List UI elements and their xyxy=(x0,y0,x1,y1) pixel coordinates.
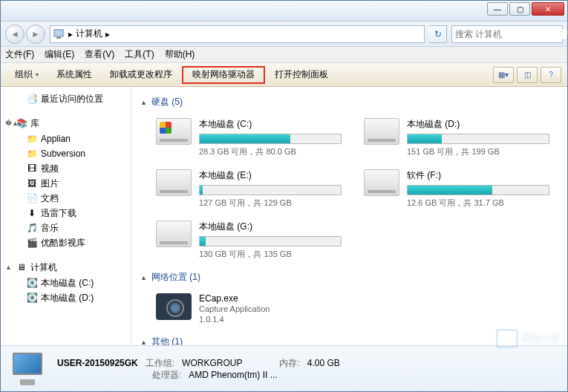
sidebar-library-item[interactable]: 📄文档 xyxy=(1,191,131,206)
navigation-pane[interactable]: 📑 最近访问的位置 �▲ 📚 库 📁Applian📁Subversion🎞视频🖼… xyxy=(1,87,131,345)
view-options-button[interactable]: ▦▾ xyxy=(493,67,514,83)
sidebar-library-item[interactable]: ⬇迅雷下载 xyxy=(1,206,131,220)
organize-button[interactable]: 组织 xyxy=(7,66,47,84)
menu-tools[interactable]: 工具(T) xyxy=(125,48,154,61)
minimize-button[interactable]: — xyxy=(487,2,508,16)
sidebar-item-label: 图片 xyxy=(41,177,59,190)
folder-icon: ⬇ xyxy=(26,207,38,219)
folder-icon: 🎞 xyxy=(26,163,38,174)
network-item-ecap[interactable]: ECap.exe Capture Application 1.0.1.4 xyxy=(152,290,345,328)
drive-icon xyxy=(156,118,192,145)
command-toolbar: 组织 系统属性 卸载或更改程序 映射网络驱动器 打开控制面板 ▦▾ ◫ ? xyxy=(1,63,567,87)
net-item-name: ECap.exe xyxy=(199,293,270,304)
map-network-drive-button[interactable]: 映射网络驱动器 xyxy=(182,66,265,84)
content-pane[interactable]: ▲ 硬盘 (5) 本地磁盘 (C:)28.3 GB 可用，共 80.0 GB本地… xyxy=(131,87,567,345)
address-bar[interactable]: ▸ 计算机 ▸ xyxy=(50,25,425,43)
collapse-icon: �▲ xyxy=(5,120,13,127)
collapse-icon: ▲ xyxy=(140,99,147,106)
sidebar-item-label: 库 xyxy=(30,117,39,130)
breadcrumb-root[interactable]: 计算机 xyxy=(76,27,102,40)
folder-icon: 📁 xyxy=(26,133,38,145)
section-label: 网络位置 (1) xyxy=(151,271,200,284)
drive-item[interactable]: 本地磁盘 (D:)151 GB 可用，共 199 GB xyxy=(360,114,553,161)
details-cpu-label: 处理器: xyxy=(152,369,181,381)
svg-rect-0 xyxy=(54,30,63,36)
sidebar-item-label: Applian xyxy=(41,134,71,144)
drive-stat: 130 GB 可用，共 135 GB xyxy=(199,249,342,260)
sidebar-computer-header[interactable]: ▲ 🖥 计算机 xyxy=(1,259,131,275)
computer-icon xyxy=(53,28,65,40)
folder-icon: 🎵 xyxy=(26,222,38,234)
search-input[interactable] xyxy=(455,29,567,39)
close-button[interactable]: ✕ xyxy=(532,2,564,16)
system-properties-button[interactable]: 系统属性 xyxy=(48,66,100,84)
sidebar-item-label: 视频 xyxy=(41,163,59,175)
usage-bar xyxy=(199,134,342,144)
maximize-button[interactable]: ▢ xyxy=(509,2,530,16)
sidebar-library-item[interactable]: 🎞视频 xyxy=(1,161,131,176)
sidebar-library-item[interactable]: 🎬优酷影视库 xyxy=(1,235,131,250)
collapse-icon: ▲ xyxy=(5,264,13,271)
details-memory-label: 内存: xyxy=(279,357,299,369)
section-network-locations[interactable]: ▲ 网络位置 (1) xyxy=(140,271,558,284)
sidebar-library-item[interactable]: 📁Applian xyxy=(1,131,131,146)
titlebar: — ▢ ✕ xyxy=(1,1,567,22)
sidebar-item-label: 本地磁盘 (C:) xyxy=(41,277,94,290)
details-workgroup-label: 工作组: xyxy=(146,357,174,369)
menu-help[interactable]: 帮助(H) xyxy=(165,48,195,61)
drive-stat: 151 GB 可用，共 199 GB xyxy=(407,146,549,157)
svg-rect-1 xyxy=(56,37,61,39)
sidebar-item-label: 文档 xyxy=(41,192,59,205)
camera-icon xyxy=(156,293,192,320)
usage-bar xyxy=(199,236,342,246)
drive-stat: 12.6 GB 可用，共 31.7 GB xyxy=(407,197,549,209)
sidebar-library-item[interactable]: 🎵音乐 xyxy=(1,220,131,235)
sidebar-drive-d[interactable]: 💽 本地磁盘 (D:) xyxy=(1,290,131,305)
computer-large-icon xyxy=(10,353,48,385)
drive-icon xyxy=(364,118,399,145)
refresh-button[interactable]: ↻ xyxy=(429,25,447,43)
drive-item[interactable]: 本地磁盘 (C:)28.3 GB 可用，共 80.0 GB xyxy=(152,114,345,161)
drive-item[interactable]: 软件 (F:)12.6 GB 可用，共 31.7 GB xyxy=(360,166,553,212)
collapse-icon: ▲ xyxy=(140,274,147,281)
drive-icon: 💽 xyxy=(26,277,38,289)
search-box[interactable]: 🔍 xyxy=(451,25,563,43)
menu-file[interactable]: 文件(F) xyxy=(5,48,34,61)
sidebar-item-label: 优酷影视库 xyxy=(41,237,85,249)
folder-icon: 📁 xyxy=(26,148,38,160)
open-control-panel-button[interactable]: 打开控制面板 xyxy=(267,66,336,84)
help-button[interactable]: ? xyxy=(541,67,561,83)
drive-name: 本地磁盘 (E:) xyxy=(199,169,342,182)
drive-icon xyxy=(156,169,192,196)
drive-icon xyxy=(364,169,399,196)
section-hard-drives[interactable]: ▲ 硬盘 (5) xyxy=(140,96,558,108)
drive-icon: 💽 xyxy=(26,292,38,304)
drive-item[interactable]: 本地磁盘 (G:)130 GB 可用，共 135 GB xyxy=(152,217,345,264)
folder-icon: 📄 xyxy=(26,192,38,204)
preview-pane-button[interactable]: ◫ xyxy=(517,67,538,83)
drive-list: 本地磁盘 (C:)28.3 GB 可用，共 80.0 GB本地磁盘 (D:)15… xyxy=(152,114,558,264)
sidebar-item-label: 最近访问的位置 xyxy=(41,93,103,105)
section-label: 其他 (1) xyxy=(151,336,183,345)
sidebar-drive-c[interactable]: 💽 本地磁盘 (C:) xyxy=(1,275,131,290)
sidebar-libraries-header[interactable]: �▲ 📚 库 xyxy=(1,115,131,131)
forward-button[interactable]: ► xyxy=(26,24,45,44)
section-other[interactable]: ▲ 其他 (1) xyxy=(140,336,558,345)
sidebar-library-item[interactable]: 📁Subversion xyxy=(1,146,131,161)
address-row: ◄ ► ▸ 计算机 ▸ ↻ 🔍 xyxy=(1,22,567,47)
sidebar-item-label: 音乐 xyxy=(41,222,59,235)
recent-icon: 📑 xyxy=(26,93,38,105)
sidebar-recent-places[interactable]: 📑 最近访问的位置 xyxy=(1,91,131,106)
sidebar-library-item[interactable]: 🖼图片 xyxy=(1,176,131,191)
folder-icon: 🎬 xyxy=(26,237,38,249)
drive-stat: 127 GB 可用，共 129 GB xyxy=(199,197,342,209)
drive-item[interactable]: 本地磁盘 (E:)127 GB 可用，共 129 GB xyxy=(152,166,345,212)
details-computer-name: USER-20150925GK xyxy=(57,357,138,369)
net-item-desc: Capture Application xyxy=(199,304,270,314)
menu-edit[interactable]: 编辑(E) xyxy=(45,48,74,61)
menubar: 文件(F) 编辑(E) 查看(V) 工具(T) 帮助(H) xyxy=(1,47,567,63)
body-split: 📑 最近访问的位置 �▲ 📚 库 📁Applian📁Subversion🎞视频🖼… xyxy=(1,87,567,345)
uninstall-programs-button[interactable]: 卸载或更改程序 xyxy=(102,66,180,84)
menu-view[interactable]: 查看(V) xyxy=(85,48,114,61)
back-button[interactable]: ◄ xyxy=(5,24,25,44)
